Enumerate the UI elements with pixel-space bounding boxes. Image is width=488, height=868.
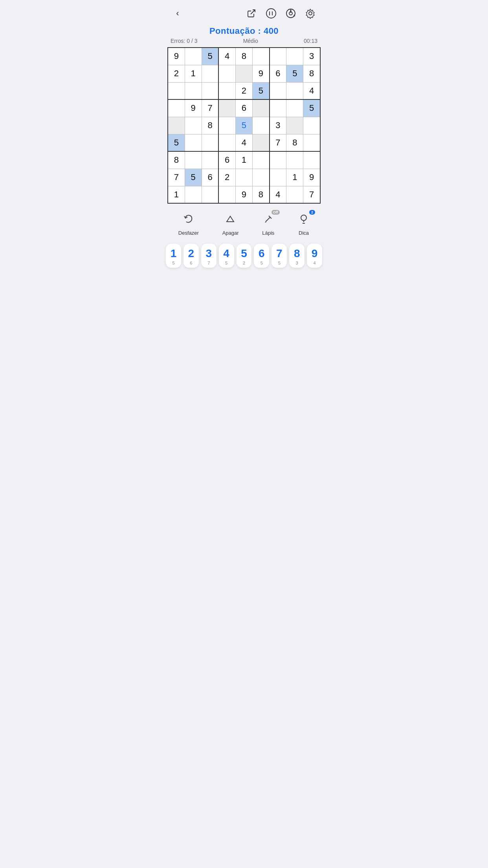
cell-8-1[interactable]: [185, 186, 202, 203]
cell-7-5[interactable]: [253, 169, 270, 186]
cell-4-0[interactable]: [168, 117, 185, 134]
cell-8-8[interactable]: 7: [303, 186, 320, 203]
cell-4-6[interactable]: 3: [270, 117, 286, 134]
cell-2-4[interactable]: 2: [235, 82, 252, 99]
cell-1-5[interactable]: 9: [253, 65, 270, 82]
numpad-button-9[interactable]: 94: [307, 244, 322, 268]
numpad-button-6[interactable]: 65: [254, 244, 269, 268]
cell-2-1[interactable]: [185, 82, 202, 99]
numpad-button-4[interactable]: 45: [219, 244, 234, 268]
cell-6-6[interactable]: [270, 151, 286, 169]
cell-0-5[interactable]: [253, 48, 270, 65]
cell-0-3[interactable]: 4: [218, 48, 235, 65]
cell-5-8[interactable]: [303, 134, 320, 151]
cell-7-8[interactable]: 9: [303, 169, 320, 186]
cell-8-5[interactable]: 8: [253, 186, 270, 203]
cell-8-2[interactable]: [202, 186, 218, 203]
cell-4-4[interactable]: 5: [235, 117, 252, 134]
cell-5-4[interactable]: 4: [235, 134, 252, 151]
cell-3-0[interactable]: [168, 99, 185, 117]
cell-3-8[interactable]: 5: [303, 99, 320, 117]
cell-0-2[interactable]: 5: [202, 48, 218, 65]
cell-6-8[interactable]: [303, 151, 320, 169]
cell-0-8[interactable]: 3: [303, 48, 320, 65]
cell-1-8[interactable]: 8: [303, 65, 320, 82]
undo-button[interactable]: Desfazer: [178, 213, 199, 236]
cell-2-5[interactable]: 5: [253, 82, 270, 99]
cell-0-1[interactable]: [185, 48, 202, 65]
cell-3-7[interactable]: [286, 99, 303, 117]
cell-1-1[interactable]: 1: [185, 65, 202, 82]
cell-8-3[interactable]: [218, 186, 235, 203]
erase-button[interactable]: Apagar: [222, 213, 239, 236]
cell-6-7[interactable]: [286, 151, 303, 169]
numpad-button-8[interactable]: 83: [289, 244, 305, 268]
cell-7-2[interactable]: 6: [202, 169, 218, 186]
cell-0-4[interactable]: 8: [235, 48, 252, 65]
cell-7-0[interactable]: 7: [168, 169, 185, 186]
cell-5-3[interactable]: [218, 134, 235, 151]
cell-6-1[interactable]: [185, 151, 202, 169]
numpad-button-7[interactable]: 75: [272, 244, 287, 268]
cell-1-7[interactable]: 5: [286, 65, 303, 82]
cell-1-0[interactable]: 2: [168, 65, 185, 82]
cell-value-1-5: 9: [259, 68, 263, 78]
cell-0-7[interactable]: [286, 48, 303, 65]
cell-4-1[interactable]: [185, 117, 202, 134]
cell-6-0[interactable]: 8: [168, 151, 185, 169]
settings-button[interactable]: [303, 6, 317, 20]
cell-6-4[interactable]: 1: [235, 151, 252, 169]
cell-1-2[interactable]: [202, 65, 218, 82]
numpad-button-2[interactable]: 26: [183, 244, 199, 268]
cell-3-3[interactable]: [218, 99, 235, 117]
numpad-button-1[interactable]: 15: [166, 244, 181, 268]
cell-4-7[interactable]: [286, 117, 303, 134]
share-button[interactable]: [244, 6, 259, 20]
pencil-button[interactable]: Off Lápis: [262, 213, 274, 236]
cell-5-2[interactable]: [202, 134, 218, 151]
cell-8-4[interactable]: 9: [235, 186, 252, 203]
cell-6-3[interactable]: 6: [218, 151, 235, 169]
cell-1-4[interactable]: [235, 65, 252, 82]
cell-2-8[interactable]: 4: [303, 82, 320, 99]
hint-button[interactable]: 2 Dica: [298, 213, 310, 236]
cell-4-2[interactable]: 8: [202, 117, 218, 134]
cell-6-5[interactable]: [253, 151, 270, 169]
cell-8-0[interactable]: 1: [168, 186, 185, 203]
cell-2-0[interactable]: [168, 82, 185, 99]
back-button[interactable]: ‹: [171, 6, 185, 20]
cell-4-8[interactable]: [303, 117, 320, 134]
cell-4-3[interactable]: [218, 117, 235, 134]
cell-4-5[interactable]: [253, 117, 270, 134]
pause-button[interactable]: [264, 6, 278, 20]
numpad-button-5[interactable]: 52: [237, 244, 252, 268]
cell-3-5[interactable]: [253, 99, 270, 117]
cell-5-5[interactable]: [253, 134, 270, 151]
cell-7-7[interactable]: 1: [286, 169, 303, 186]
cell-8-7[interactable]: [286, 186, 303, 203]
cell-3-1[interactable]: 9: [185, 99, 202, 117]
cell-5-6[interactable]: 7: [270, 134, 286, 151]
cell-2-2[interactable]: [202, 82, 218, 99]
cell-3-4[interactable]: 6: [235, 99, 252, 117]
cell-3-2[interactable]: 7: [202, 99, 218, 117]
cell-1-6[interactable]: 6: [270, 65, 286, 82]
cell-8-6[interactable]: 4: [270, 186, 286, 203]
theme-button[interactable]: A: [284, 6, 298, 20]
cell-7-6[interactable]: [270, 169, 286, 186]
cell-7-1[interactable]: 5: [185, 169, 202, 186]
cell-2-7[interactable]: [286, 82, 303, 99]
cell-3-6[interactable]: [270, 99, 286, 117]
cell-2-6[interactable]: [270, 82, 286, 99]
cell-1-3[interactable]: [218, 65, 235, 82]
cell-6-2[interactable]: [202, 151, 218, 169]
cell-0-6[interactable]: [270, 48, 286, 65]
cell-5-1[interactable]: [185, 134, 202, 151]
cell-5-0[interactable]: 5: [168, 134, 185, 151]
numpad-button-3[interactable]: 37: [201, 244, 216, 268]
cell-0-0[interactable]: 9: [168, 48, 185, 65]
cell-7-4[interactable]: [235, 169, 252, 186]
cell-5-7[interactable]: 8: [286, 134, 303, 151]
cell-2-3[interactable]: [218, 82, 235, 99]
cell-7-3[interactable]: 2: [218, 169, 235, 186]
